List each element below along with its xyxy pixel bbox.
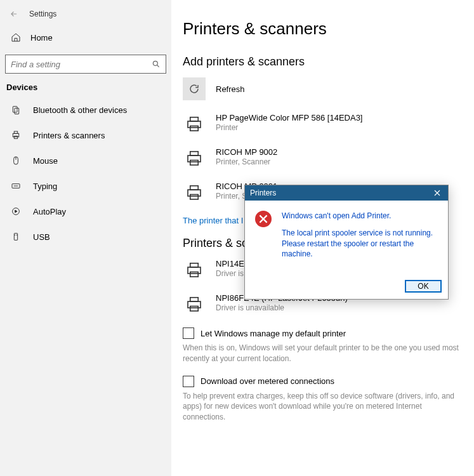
home-label: Home [30,33,53,43]
refresh-row[interactable]: Refresh [183,77,463,100]
home-nav[interactable]: Home [0,24,171,51]
printer-icon [183,182,206,204]
search-icon [152,60,161,69]
app-title: Settings [29,10,56,18]
back-arrow-icon[interactable] [8,8,20,20]
refresh-label: Refresh [216,84,245,94]
svg-rect-2 [15,108,19,114]
printer-icon [183,259,206,282]
autoplay-icon [10,206,22,217]
printer-icon [183,147,206,170]
dialog-body: Windows can't open Add Printer. The loca… [245,201,448,276]
dialog-footer: OK [245,276,448,299]
refresh-icon[interactable] [183,77,206,100]
keyboard-icon [10,180,22,192]
ok-button[interactable]: OK [405,280,442,293]
page-title: Printers & scanners [183,19,463,39]
svg-rect-19 [190,161,199,166]
metered-help: To help prevent extra charges, keep this… [183,391,463,423]
svg-rect-22 [190,195,199,200]
nav-typing[interactable]: Typing [0,173,171,199]
nav-label: Typing [33,182,57,191]
checkbox-label: Download over metered connections [201,376,334,386]
sidebar: Settings Home Devices Bluetooth & other … [0,0,171,476]
checkbox[interactable] [183,376,194,387]
svg-rect-3 [13,133,18,136]
printer-icon [183,113,206,136]
default-printer-checkbox-row: Let Windows manage my default printer [183,327,463,339]
bluetooth-icon [10,104,22,116]
usb-icon [10,231,22,242]
svg-rect-25 [190,272,199,277]
device-row[interactable]: RICOH MP 9002 Printer, Scanner [183,147,463,170]
section-add: Add printers & scanners [183,55,463,69]
svg-rect-28 [190,307,199,312]
svg-rect-5 [14,136,17,138]
printer-icon [183,293,206,316]
svg-rect-11 [14,234,17,241]
device-sub: Printer, Scanner [216,157,277,166]
nav-label: Printers & scanners [33,131,105,140]
dialog-text: Windows can't open Add Printer. The loca… [282,211,438,266]
device-sub: Printer [216,123,362,132]
checkbox-label: Let Windows manage my default printer [201,329,346,338]
device-row[interactable]: HP PageWide Color MFP 586 [14EDA3] Print… [183,113,463,136]
header-row: Settings [0,0,171,22]
close-icon[interactable] [431,187,443,199]
dialog-heading: Windows can't open Add Printer. [282,211,438,221]
device-name: RICOH MP 9002 [216,147,277,157]
dialog-title-text: Printers [250,188,276,197]
error-dialog: Printers Windows can't open Add Printer.… [244,185,449,300]
search-box[interactable] [5,55,166,74]
nav-printers[interactable]: Printers & scanners [0,122,171,148]
category-devices: Devices [0,74,171,97]
search-wrap [0,55,171,74]
dialog-message: The local print spooler service is not r… [282,228,438,260]
svg-rect-4 [14,131,17,133]
nav-label: Mouse [33,156,58,166]
svg-rect-18 [190,152,199,155]
svg-rect-15 [190,117,199,121]
svg-rect-27 [190,298,199,301]
svg-point-0 [153,61,157,65]
mouse-icon [10,155,22,166]
default-printer-help: When this is on, Windows will set your d… [183,343,463,364]
svg-rect-1 [13,107,17,112]
nav-label: Bluetooth & other devices [33,105,127,115]
metered-checkbox-row: Download over metered connections [183,376,463,387]
nav-mouse[interactable]: Mouse [0,148,171,173]
nav-autoplay[interactable]: AutoPlay [0,199,171,224]
search-input[interactable] [11,60,152,69]
device-name: HP PageWide Color MFP 586 [14EDA3] [216,113,362,122]
device-sub: Driver is unavailable [216,303,348,312]
svg-rect-16 [190,126,199,131]
error-icon [255,211,272,227]
dialog-titlebar[interactable]: Printers [245,185,448,201]
nav-label: USB [33,232,50,242]
nav-label: AutoPlay [33,207,66,216]
checkbox[interactable] [183,327,194,339]
printer-icon [10,129,22,141]
nav-bluetooth[interactable]: Bluetooth & other devices [0,97,171,122]
svg-rect-21 [190,186,199,190]
nav-usb[interactable]: USB [0,224,171,249]
home-icon [10,32,22,43]
svg-rect-24 [190,263,199,267]
